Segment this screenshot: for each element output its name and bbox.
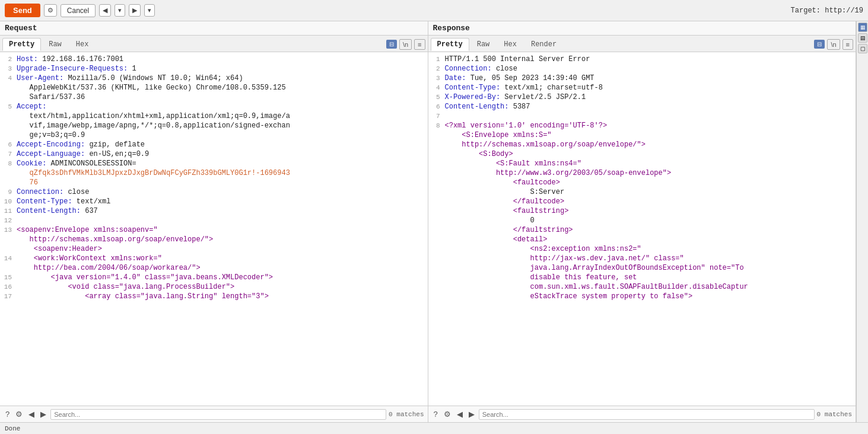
tab-request-hex[interactable]: Hex <box>69 38 96 51</box>
response-line-3: 3 Date: Tue, 05 Sep 2023 14:39:40 GMT <box>428 74 856 83</box>
main-panels: Request Pretty Raw Hex ⊟ \n ≡ 2 Host: 19… <box>0 21 868 422</box>
request-line-3: 3 Upgrade-Insecure-Requests: 1 <box>0 64 428 74</box>
response-search-prev[interactable]: ◀ <box>455 409 465 419</box>
response-menu-button[interactable]: ≡ <box>842 39 853 50</box>
tab-request-pretty[interactable]: Pretty <box>2 38 41 51</box>
request-line-17: 17 <array class="java.lang.String" lengt… <box>0 292 428 301</box>
sidebar-view-btn-3[interactable]: ▢ <box>858 44 867 53</box>
response-line-faultstring-close: </faultstring> <detail> <ns2:exception x… <box>428 225 856 301</box>
request-search-settings[interactable]: ⚙ <box>14 409 24 419</box>
request-panel: Request Pretty Raw Hex ⊟ \n ≡ 2 Host: 19… <box>0 21 428 422</box>
request-line-4: 4 User-Agent: Mozilla/5.0 (Windows NT 10… <box>0 74 428 102</box>
tab-response-render[interactable]: Render <box>524 38 563 51</box>
nav-forward-dropdown-button[interactable]: ▾ <box>144 4 155 17</box>
response-line-5: 5 X-Powered-By: Servlet/2.5 JSP/2.1 <box>428 92 856 102</box>
response-code-area: 1 HTTP/1.1 500 Internal Server Error 2 C… <box>428 52 856 406</box>
tab-request-raw[interactable]: Raw <box>42 38 68 51</box>
response-line-6: 6 Content-Length: 5387 <box>428 102 856 111</box>
request-line-16: 16 <void class="java.lang.ProcessBuilder… <box>0 282 428 292</box>
request-header: Request <box>0 21 428 36</box>
response-search-bar: ? ⚙ ◀ ▶ 0 matches <box>428 406 856 422</box>
response-panel: Response Pretty Raw Hex Render ⊟ \n ≡ 1 … <box>428 21 857 422</box>
response-tab-bar: Pretty Raw Hex Render ⊟ \n ≡ <box>428 36 856 52</box>
tab-response-pretty[interactable]: Pretty <box>431 38 469 51</box>
tab-response-hex[interactable]: Hex <box>497 38 523 51</box>
response-line-7: 7 <box>428 111 856 121</box>
nav-back-button[interactable]: ◀ <box>99 4 111 17</box>
status-text: Done <box>5 425 20 432</box>
request-line-2: 2 Host: 192.168.16.176:7001 <box>0 55 428 64</box>
right-sidebar: ▦ ▤ ▢ <box>856 21 868 422</box>
response-search-input[interactable] <box>479 409 815 420</box>
cancel-button[interactable]: Cancel <box>61 4 96 17</box>
request-search-next[interactable]: ▶ <box>39 409 48 419</box>
response-line-faultcode-close: </faultcode> <faultstring> <box>428 197 856 216</box>
request-tab-icons: ⊟ \n ≡ <box>386 39 425 50</box>
response-tab-icons: ⊟ \n ≡ <box>814 39 853 50</box>
request-tab-bar: Pretty Raw Hex ⊟ \n ≡ <box>0 36 428 52</box>
response-wrap-button[interactable]: \n <box>827 39 840 50</box>
response-match-count: 0 matches <box>817 411 852 418</box>
nav-dropdown-button[interactable]: ▾ <box>115 4 125 17</box>
sidebar-view-btn-2[interactable]: ▤ <box>858 33 867 43</box>
tab-response-raw[interactable]: Raw <box>470 38 497 51</box>
response-search-settings[interactable]: ⚙ <box>442 409 453 419</box>
response-format-button[interactable]: ⊟ <box>814 40 825 49</box>
response-line-1: 1 HTTP/1.1 500 Internal Server Error <box>428 55 856 64</box>
send-button[interactable]: Send <box>5 4 40 17</box>
response-line-8: 8 <?xml version='1.0' encoding='UTF-8'?>… <box>428 121 856 187</box>
response-line-faultcode-val: S:Server <box>428 187 856 197</box>
request-match-count: 0 matches <box>389 411 424 418</box>
request-line-10: 10 Content-Type: text/xml <box>0 197 428 206</box>
nav-forward-button[interactable]: ▶ <box>129 4 141 17</box>
response-search-help[interactable]: ? <box>432 409 440 419</box>
request-menu-button[interactable]: ≡ <box>414 39 425 50</box>
target-label: Target: http://19 <box>791 7 863 15</box>
request-line-8: 8 Cookie: ADMINCONSOLESESSION= qZfqk3sDh… <box>0 159 428 187</box>
response-line-faultstring-val: 0 <box>428 216 856 225</box>
request-line-12: 12 <box>0 216 428 225</box>
request-line-7: 7 Accept-Language: en-US,en;q=0.9 <box>0 149 428 159</box>
status-bar: Done <box>0 422 868 434</box>
settings-button[interactable]: ⚙ <box>44 4 57 17</box>
response-search-next[interactable]: ▶ <box>467 409 476 419</box>
request-line-13: 13 <soapenv:Envelope xmlns:soapenv=" htt… <box>0 225 428 254</box>
request-line-14: 14 <work:WorkContext xmlns:work=" http:/… <box>0 254 428 273</box>
request-line-6: 6 Accept-Encoding: gzip, deflate <box>0 140 428 149</box>
response-line-2: 2 Connection: close <box>428 64 856 74</box>
request-line-5: 5 Accept: text/html,application/xhtml+xm… <box>0 102 428 140</box>
sidebar-view-btn-1[interactable]: ▦ <box>858 23 867 32</box>
request-line-15: 15 <java version="1.4.0" class="java.bea… <box>0 273 428 282</box>
request-line-9: 9 Connection: close <box>0 187 428 197</box>
response-header: Response <box>428 21 856 36</box>
response-line-4: 4 Content-Type: text/xml; charset=utf-8 <box>428 83 856 92</box>
request-line-11: 11 Content-Length: 637 <box>0 206 428 216</box>
toolbar: Send ⚙ Cancel ◀ ▾ ▶ ▾ Target: http://19 <box>0 0 868 21</box>
request-search-prev[interactable]: ◀ <box>27 409 36 419</box>
request-code-area: 2 Host: 192.168.16.176:7001 3 Upgrade-In… <box>0 52 428 406</box>
request-search-bar: ? ⚙ ◀ ▶ 0 matches <box>0 406 428 422</box>
request-format-button[interactable]: ⊟ <box>386 40 397 49</box>
request-wrap-button[interactable]: \n <box>399 39 412 50</box>
request-search-help[interactable]: ? <box>4 409 11 419</box>
request-search-input[interactable] <box>50 409 386 420</box>
